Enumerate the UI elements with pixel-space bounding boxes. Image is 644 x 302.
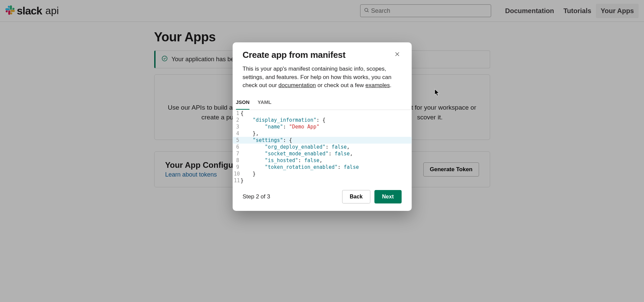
modal-description: This is your app's manifest containing b… (232, 60, 412, 96)
tab-json[interactable]: JSON (236, 96, 250, 110)
manifest-editor[interactable]: 1{ 2 "display_information": { 3 "name": … (232, 110, 412, 184)
tab-yaml[interactable]: YAML (258, 96, 271, 110)
close-icon[interactable] (393, 50, 401, 60)
create-app-modal: Create app from manifest This is your ap… (232, 42, 412, 211)
examples-link[interactable]: examples (366, 82, 390, 88)
step-indicator: Step 2 of 3 (243, 193, 270, 200)
format-tabs: JSON YAML (232, 96, 412, 110)
next-button[interactable]: Next (374, 190, 401, 203)
modal-title: Create app from manifest (243, 50, 345, 60)
back-button[interactable]: Back (342, 190, 370, 203)
documentation-link[interactable]: documentation (278, 82, 316, 88)
